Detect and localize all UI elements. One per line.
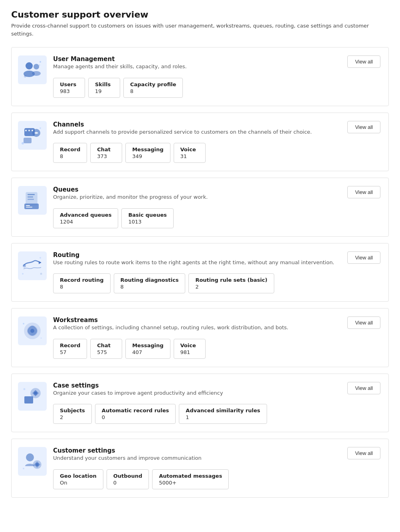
- stat-box-workstreams-0: Record57: [53, 339, 87, 359]
- stat-box-case-settings-2: Advanced similarity rules1: [179, 404, 267, 424]
- stat-value-channels-1: 373: [97, 153, 115, 159]
- stat-box-case-settings-1: Automatic record rules0: [95, 404, 176, 424]
- stat-box-routing-1: Routing diagnostics8: [114, 273, 186, 293]
- stat-label-queues-0: Advanced queues: [60, 212, 111, 218]
- svg-point-36: [26, 453, 34, 461]
- svg-point-24: [22, 273, 24, 275]
- stat-value-routing-2: 2: [195, 284, 267, 290]
- stat-box-customer-settings-2: Automated messages5000+: [152, 469, 229, 489]
- section-desc-case-settings: Organize your cases to improve agent pro…: [53, 389, 341, 397]
- section-body-channels: ChannelsAdd support channels to provide …: [53, 121, 380, 163]
- svg-rect-12: [24, 138, 32, 143]
- section-title-case-settings: Case settings: [53, 382, 341, 389]
- section-card-workstreams: WorkstreamsA collection of settings, inc…: [11, 308, 389, 367]
- view-all-button-workstreams[interactable]: View all: [347, 316, 380, 329]
- section-body-user-management: User ManagementManage agents and their s…: [53, 55, 380, 98]
- section-icon-customer-settings: [18, 447, 47, 476]
- stat-value-queues-1: 1013: [128, 219, 166, 225]
- svg-rect-16: [28, 194, 35, 195]
- section-desc-routing: Use routing rules to route work items to…: [53, 259, 341, 267]
- section-card-customer-settings: Customer settingsUnderstand your custome…: [11, 439, 389, 498]
- stat-box-routing-2: Routing rule sets (basic)2: [188, 273, 274, 293]
- svg-rect-19: [24, 204, 39, 209]
- svg-point-4: [24, 75, 26, 77]
- svg-point-26: [40, 273, 42, 275]
- stat-label-routing-0: Record routing: [60, 277, 104, 283]
- svg-point-38: [36, 463, 39, 466]
- stat-box-channels-2: Messaging349: [125, 143, 170, 163]
- stat-box-user-management-2: Capacity profile8: [123, 78, 183, 98]
- section-title-user-management: User Management: [53, 55, 341, 63]
- stat-value-case-settings-2: 1: [186, 414, 260, 420]
- stat-value-routing-0: 8: [60, 284, 104, 290]
- section-header-case-settings: Case settingsOrganize your cases to impr…: [53, 382, 380, 403]
- svg-rect-17: [28, 196, 33, 198]
- svg-rect-32: [24, 396, 33, 403]
- stat-label-workstreams-2: Messaging: [132, 342, 163, 348]
- section-header-workstreams: WorkstreamsA collection of settings, inc…: [53, 316, 380, 337]
- section-desc-user-management: Manage agents and their skills, capacity…: [53, 63, 341, 71]
- page-container: Customer support overview Provide cross-…: [0, 0, 400, 532]
- stat-label-customer-settings-2: Automated messages: [159, 473, 222, 479]
- stat-value-workstreams-3: 981: [180, 349, 199, 355]
- section-card-channels: ChannelsAdd support channels to provide …: [11, 113, 389, 172]
- section-title-workstreams: Workstreams: [53, 316, 341, 324]
- stats-row-routing: Record routing8Routing diagnostics8Routi…: [53, 273, 380, 293]
- svg-point-2: [34, 64, 39, 69]
- stat-box-channels-0: Record8: [53, 143, 87, 163]
- svg-point-29: [30, 329, 34, 333]
- svg-point-30: [23, 323, 24, 324]
- stat-box-channels-3: Voice31: [174, 143, 206, 163]
- page-subtitle: Provide cross-channel support to custome…: [11, 22, 389, 38]
- section-icon-routing: [18, 251, 47, 280]
- stat-label-customer-settings-0: Geo location: [60, 473, 97, 479]
- section-header-routing: RoutingUse routing rules to route work i…: [53, 251, 380, 272]
- view-all-button-channels[interactable]: View all: [347, 121, 380, 133]
- stat-value-customer-settings-1: 0: [113, 480, 143, 486]
- stat-label-channels-1: Chat: [97, 146, 115, 152]
- svg-rect-18: [28, 199, 34, 200]
- stat-value-user-management-1: 19: [95, 88, 113, 94]
- svg-point-23: [23, 264, 26, 267]
- svg-point-9: [28, 130, 30, 131]
- stats-row-customer-settings: Geo locationOnOutbound0Automated message…: [53, 469, 380, 489]
- stats-row-case-settings: Subjects2Automatic record rules0Advanced…: [53, 404, 380, 424]
- view-all-button-customer-settings[interactable]: View all: [347, 447, 380, 459]
- stat-label-routing-2: Routing rule sets (basic): [195, 277, 267, 283]
- section-icon-user-management: [18, 55, 47, 84]
- section-body-workstreams: WorkstreamsA collection of settings, inc…: [53, 316, 380, 359]
- view-all-button-queues[interactable]: View all: [347, 186, 380, 198]
- stats-row-channels: Record8Chat373Messaging349Voice31: [53, 143, 380, 163]
- stat-box-user-management-1: Skills19: [88, 78, 120, 98]
- stat-value-customer-settings-0: On: [60, 480, 97, 486]
- stat-label-channels-2: Messaging: [132, 146, 163, 152]
- stat-box-routing-0: Record routing8: [53, 273, 111, 293]
- section-title-routing: Routing: [53, 251, 341, 259]
- svg-point-25: [40, 257, 41, 259]
- stat-value-case-settings-0: 2: [60, 414, 85, 420]
- section-body-case-settings: Case settingsOrganize your cases to impr…: [53, 382, 380, 424]
- stat-box-customer-settings-0: Geo locationOn: [53, 469, 103, 489]
- stat-box-queues-1: Basic queues1013: [121, 208, 173, 228]
- stat-value-customer-settings-2: 5000+: [159, 480, 222, 486]
- svg-rect-21: [26, 207, 32, 208]
- section-header-customer-settings: Customer settingsUnderstand your custome…: [53, 447, 380, 468]
- stats-row-queues: Advanced queues1204Basic queues1013: [53, 208, 380, 228]
- stat-label-user-management-0: Users: [60, 81, 78, 87]
- stat-value-case-settings-1: 0: [102, 414, 169, 420]
- section-desc-queues: Organize, prioritize, and monitor the pr…: [53, 193, 341, 201]
- section-title-queues: Queues: [53, 186, 341, 193]
- svg-rect-20: [26, 205, 30, 206]
- stat-box-workstreams-1: Chat575: [90, 339, 122, 359]
- view-all-button-routing[interactable]: View all: [347, 251, 380, 264]
- section-desc-workstreams: A collection of settings, including chan…: [53, 324, 341, 332]
- stat-label-user-management-1: Skills: [95, 81, 113, 87]
- stat-box-user-management-0: Users983: [53, 78, 85, 98]
- section-desc-channels: Add support channels to provide personal…: [53, 128, 341, 136]
- section-title-customer-settings: Customer settings: [53, 447, 341, 454]
- view-all-button-case-settings[interactable]: View all: [347, 382, 380, 394]
- svg-point-14: [40, 127, 41, 129]
- stat-label-customer-settings-1: Outbound: [113, 473, 143, 479]
- view-all-button-user-management[interactable]: View all: [347, 55, 380, 68]
- stat-box-workstreams-2: Messaging407: [125, 339, 170, 359]
